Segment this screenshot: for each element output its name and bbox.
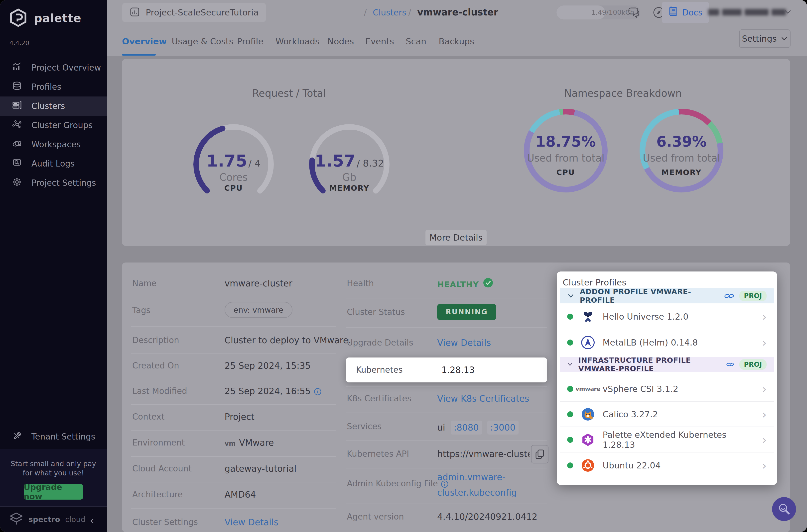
copy-icon[interactable] bbox=[531, 445, 549, 463]
infrastructure-profile-header-label: INFRASTRUCTURE PROFILE VMWARE-PROFILE bbox=[578, 356, 721, 373]
sidebar-item-profiles[interactable]: Profiles bbox=[0, 77, 107, 96]
row-divider bbox=[346, 468, 547, 469]
sidebar-collapse-icon[interactable]: ‹ bbox=[90, 514, 94, 527]
memory-donut: 6.39% Used from total MEMORY bbox=[640, 109, 723, 192]
status-dot bbox=[567, 437, 573, 443]
tab-nodes[interactable]: Nodes bbox=[327, 36, 354, 46]
breadcrumb-separator: / bbox=[364, 7, 367, 17]
services-value: ui :8080 :3000 bbox=[437, 421, 518, 435]
sidebar-item-label: Tenant Settings bbox=[32, 432, 95, 441]
row-divider bbox=[346, 413, 547, 413]
breadcrumb-current: vmware-cluster bbox=[417, 7, 498, 18]
docs-link[interactable]: Docs bbox=[662, 2, 709, 23]
tab-usage-costs[interactable]: Usage & Costs bbox=[172, 36, 233, 46]
chat-icon[interactable] bbox=[627, 5, 641, 20]
row-divider bbox=[131, 379, 336, 379]
sidebar-item-cluster-groups[interactable]: Cluster Groups bbox=[0, 116, 107, 135]
profile-row-palette-extended-kubernetes[interactable]: Palette eXtended Kubernetes 1.28.13 › bbox=[560, 428, 774, 453]
service-port-8080[interactable]: :8080 bbox=[451, 421, 482, 435]
row-divider bbox=[131, 456, 336, 457]
user-menu-chevron-down-icon[interactable] bbox=[784, 8, 792, 16]
name-value: vmware-cluster bbox=[225, 278, 292, 289]
addon-profile-header-label: ADDON PROFILE VMWARE-PROFILE bbox=[580, 287, 719, 304]
sidebar-divider bbox=[0, 506, 107, 507]
cpu-gauge-unit: Cores bbox=[191, 172, 276, 183]
chevron-right-icon: › bbox=[762, 310, 767, 323]
profile-row-metallb[interactable]: MetalLB (Helm) 0.14.8 › bbox=[560, 330, 774, 355]
row-divider bbox=[346, 355, 547, 355]
profile-row-vsphere-csi[interactable]: vmware vSphere CSI 3.1.2 › bbox=[560, 377, 774, 402]
sidebar-item-clusters[interactable]: Clusters bbox=[0, 96, 107, 116]
infrastructure-profile-header[interactable]: INFRASTRUCTURE PROFILE VMWARE-PROFILE PR… bbox=[560, 357, 774, 372]
request-total-title: Request / Total bbox=[122, 88, 456, 99]
user-name-redacted[interactable] bbox=[708, 9, 786, 16]
last-modified-value: 25 Sep 2024, 16:55 bbox=[225, 385, 322, 397]
profile-row-label: vSphere CSI 3.1.2 bbox=[603, 384, 678, 394]
tab-overview[interactable]: Overview bbox=[122, 36, 167, 46]
tab-events[interactable]: Events bbox=[365, 36, 394, 46]
vmware-icon: vmware bbox=[581, 382, 595, 396]
upgrade-now-button[interactable]: Upgrade now bbox=[24, 484, 83, 499]
memory-donut-percent: 6.39% bbox=[640, 133, 723, 150]
cpu-donut-label: CPU bbox=[524, 168, 608, 177]
book-icon bbox=[668, 6, 678, 19]
footer-brand-light: cloud bbox=[65, 515, 85, 524]
health-value: HEALTHY bbox=[437, 278, 493, 291]
cpu-gauge-label: CPU bbox=[191, 184, 276, 192]
profile-row-hello-universe[interactable]: Hello Universe 1.2.0 › bbox=[560, 304, 774, 329]
more-details-button[interactable]: More Details bbox=[425, 230, 487, 245]
server-icon bbox=[12, 100, 22, 112]
sidebar-item-project-settings[interactable]: Project Settings bbox=[0, 173, 107, 192]
tab-scan[interactable]: Scan bbox=[406, 36, 426, 46]
k8s-certificates-link[interactable]: View K8s Certificates bbox=[437, 393, 529, 405]
profile-row-calico[interactable]: Calico 3.27.2 › bbox=[560, 402, 774, 427]
addon-profile-header[interactable]: ADDON PROFILE VMWARE-PROFILE PROJ bbox=[560, 288, 774, 303]
breadcrumb-project-name: Project-ScaleSecureTutoria bbox=[146, 7, 259, 17]
sidebar-item-tenant-settings[interactable]: Tenant Settings bbox=[0, 427, 107, 446]
info-icon[interactable] bbox=[313, 387, 322, 396]
sidebar: palette 4.4.20 Project Overview Profiles… bbox=[0, 0, 107, 532]
environment-value: vmVMware bbox=[225, 437, 274, 450]
spectro-cloud-footer: spectro cloud bbox=[9, 512, 85, 526]
profile-row-label: MetalLB (Helm) 0.14.8 bbox=[603, 338, 698, 347]
chevron-down-icon bbox=[567, 293, 574, 299]
tab-profile[interactable]: Profile bbox=[237, 36, 263, 46]
row-divider bbox=[346, 440, 547, 440]
network-icon bbox=[12, 119, 22, 131]
name-label: Name bbox=[132, 278, 157, 289]
context-label: Context bbox=[132, 411, 164, 423]
tab-backups[interactable]: Backups bbox=[439, 36, 474, 46]
tab-workloads[interactable]: Workloads bbox=[275, 36, 319, 46]
admin-kubeconfig-link[interactable]: admin.vmware-cluster.kubeconfig bbox=[437, 470, 552, 500]
brand: palette bbox=[9, 8, 81, 28]
vm-logo-icon: vm bbox=[225, 440, 236, 447]
status-dot bbox=[567, 314, 573, 320]
profile-row-ubuntu[interactable]: Ubuntu 22.04 › bbox=[560, 453, 774, 478]
cluster-settings-link[interactable]: View Details bbox=[225, 516, 278, 528]
settings-button[interactable]: Settings bbox=[739, 30, 790, 48]
architecture-label: Architecture bbox=[132, 489, 183, 500]
chevron-down-icon bbox=[567, 362, 573, 367]
status-dot bbox=[567, 386, 573, 392]
search-icon bbox=[777, 502, 791, 516]
service-port-3000[interactable]: :3000 bbox=[487, 421, 518, 435]
kubernetes-row-highlight: Kubernetes 1.28.13 bbox=[346, 358, 547, 382]
created-on-label: Created On bbox=[132, 360, 179, 372]
sidebar-item-workspaces[interactable]: Workspaces bbox=[0, 135, 107, 154]
metallb-icon bbox=[581, 335, 595, 350]
tab-bar: Overview Usage & Costs Profile Workloads… bbox=[107, 25, 807, 56]
search-fab-button[interactable] bbox=[772, 497, 796, 521]
kubernetes-label: Kubernetes bbox=[356, 364, 403, 376]
status-dot bbox=[567, 462, 573, 469]
sidebar-item-project-overview[interactable]: Project Overview bbox=[0, 58, 107, 77]
calico-icon bbox=[581, 407, 595, 421]
promo-line1: Start small and only pay bbox=[0, 459, 107, 469]
breadcrumb-clusters-link[interactable]: Clusters bbox=[373, 8, 406, 17]
created-on-value: 25 Sep 2024, 15:35 bbox=[225, 360, 311, 372]
layers-icon bbox=[12, 81, 22, 93]
link-icon bbox=[725, 292, 734, 300]
docs-label: Docs bbox=[682, 8, 702, 17]
sidebar-item-audit-logs[interactable]: Audit Logs bbox=[0, 154, 107, 173]
upgrade-details-link[interactable]: View Details bbox=[437, 337, 491, 349]
breadcrumb-project[interactable]: Project-ScaleSecureTutoria bbox=[122, 3, 266, 22]
